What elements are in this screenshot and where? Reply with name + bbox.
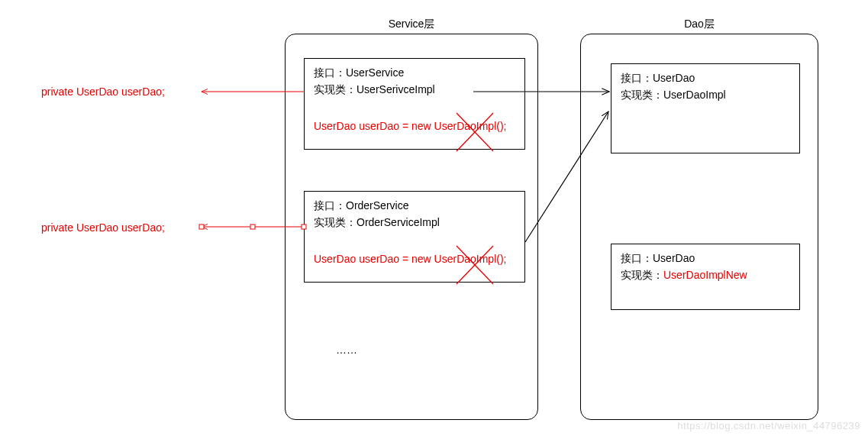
user-dao-impl-name: UserDaoImpl xyxy=(663,89,726,101)
order-service-box: 接口：OrderService 实现类：OrderServiceImpl Use… xyxy=(304,191,525,283)
impl-label: 实现类： xyxy=(314,83,357,95)
order-service-code: UserDao userDao = new UserDaoImpl(); xyxy=(314,253,515,265)
interface-label: 接口： xyxy=(621,72,653,84)
user-dao-new-interface-line: 接口：UserDao xyxy=(621,252,790,266)
handle-square xyxy=(250,224,255,229)
order-service-interface-line: 接口：OrderService xyxy=(314,199,515,213)
interface-label: 接口： xyxy=(621,252,653,264)
order-service-impl-line: 实现类：OrderServiceImpl xyxy=(314,216,515,230)
annotation-field-1: private UserDao userDao; xyxy=(41,86,165,98)
interface-label: 接口： xyxy=(314,199,346,212)
user-dao-box: 接口：UserDao 实现类：UserDaoImpl xyxy=(611,63,800,153)
user-dao-interface-line: 接口：UserDao xyxy=(621,72,790,86)
annotation-field-2: private UserDao userDao; xyxy=(41,221,165,234)
user-dao-new-box: 接口：UserDao 实现类：UserDaoImplNew xyxy=(611,244,800,310)
user-service-interface-line: 接口：UserService xyxy=(314,66,515,80)
order-service-impl-name: OrderServiceImpl xyxy=(357,216,440,228)
watermark: https://blog.csdn.net/weixin_44796239 xyxy=(677,420,860,431)
ellipsis: …… xyxy=(336,344,357,356)
user-service-box: 接口：UserService 实现类：UserSerivceImpl UserD… xyxy=(304,58,525,150)
impl-label: 实现类： xyxy=(621,269,663,281)
user-dao-interface-name: UserDao xyxy=(653,72,695,84)
user-service-interface-name: UserService xyxy=(346,66,404,79)
user-dao-new-impl-name: UserDaoImplNew xyxy=(663,269,747,281)
user-service-impl-line: 实现类：UserSerivceImpl xyxy=(314,83,515,97)
order-service-interface-name: OrderService xyxy=(346,199,408,212)
user-dao-new-interface-name: UserDao xyxy=(653,252,695,264)
user-dao-new-impl-line: 实现类：UserDaoImplNew xyxy=(621,269,790,283)
service-layer-title: Service层 xyxy=(286,18,537,31)
impl-label: 实现类： xyxy=(314,216,357,228)
handle-square xyxy=(199,224,204,229)
dao-layer-title: Dao层 xyxy=(581,18,818,31)
user-service-impl-name: UserSerivceImpl xyxy=(357,83,435,95)
user-service-code: UserDao userDao = new UserDaoImpl(); xyxy=(314,120,515,132)
impl-label: 实现类： xyxy=(621,89,663,101)
interface-label: 接口： xyxy=(314,66,346,79)
user-dao-impl-line: 实现类：UserDaoImpl xyxy=(621,89,790,102)
